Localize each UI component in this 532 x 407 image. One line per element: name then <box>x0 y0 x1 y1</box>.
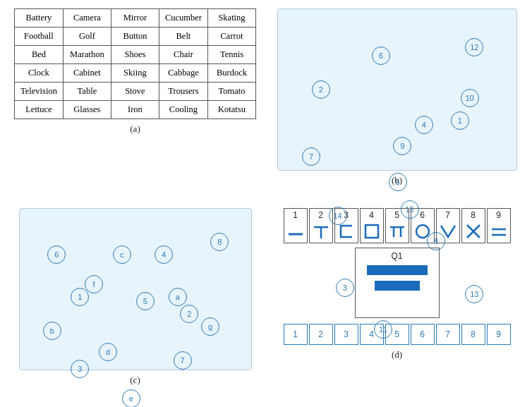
scatter-c: abcdefg12345678 <box>19 208 252 370</box>
table-cell: Tomato <box>207 83 255 101</box>
scatter-node-c: b <box>43 322 61 340</box>
svg-point-2 <box>416 225 429 238</box>
symbol-shape <box>387 221 407 241</box>
scatter-node-b: 11 <box>374 320 392 339</box>
scatter-node-b: 1 <box>451 111 469 130</box>
bottom-num-cell[interactable]: 2 <box>309 324 333 345</box>
table-cell: Burdock <box>207 64 255 83</box>
svg-rect-1 <box>365 225 378 238</box>
scatter-node-c: 7 <box>174 351 192 370</box>
table-cell: Chair <box>159 46 207 64</box>
scatter-node-c: 1 <box>71 288 89 306</box>
panel-c-label: (c) <box>130 375 140 386</box>
scatter-node-c: g <box>201 317 219 336</box>
table-cell: Battery <box>15 9 64 28</box>
panel-d-label: (d) <box>392 349 402 360</box>
table-cell: Button <box>111 28 159 46</box>
symbol-number: 1 <box>293 210 298 220</box>
scatter-node-b: 10 <box>461 89 479 107</box>
table-cell: Clock <box>15 64 64 83</box>
table-cell: Television <box>15 83 64 101</box>
panel-a-label: (a) <box>130 123 140 135</box>
table-cell: Cooling <box>159 101 207 119</box>
symbol-number: 9 <box>496 210 501 220</box>
bottom-num-cell[interactable]: 9 <box>487 324 511 345</box>
table-cell: Marathon <box>63 46 111 64</box>
table-cell: Belt <box>159 28 207 46</box>
table-row: ClockCabinetSkiingCabbageBurdock <box>15 64 256 83</box>
symbol-cell: 1 <box>284 208 308 243</box>
table-cell: Football <box>15 28 64 46</box>
symbol-number: 5 <box>394 210 399 220</box>
scatter-node-b: 8 <box>427 232 445 250</box>
bottom-num-cell[interactable]: 1 <box>284 324 308 345</box>
symbol-cell: 4 <box>360 208 384 243</box>
table-cell: Stove <box>111 83 159 101</box>
scatter-node-b: 7 <box>302 147 320 166</box>
table-cell: Cabbage <box>159 64 207 83</box>
scatter-node-c: 4 <box>155 245 173 264</box>
panel-d: 123456789 Q1 123456789 (d) <box>267 205 526 402</box>
scatter-node-c: a <box>169 288 187 306</box>
scatter-node-b: 2 <box>312 80 330 99</box>
panel-a: BatteryCameraMirrorCucumberSkatingFootba… <box>6 6 265 202</box>
symbol-number: 6 <box>420 210 425 220</box>
bottom-num-cell[interactable]: 8 <box>461 324 485 345</box>
q1-display: Q1 <box>355 248 440 318</box>
symbol-number: 2 <box>318 210 323 220</box>
scatter-node-b: 13 <box>465 285 483 303</box>
table-cell: Table <box>63 83 111 101</box>
table-cell: Cucumber <box>159 9 207 28</box>
symbol-number: 7 <box>445 210 450 220</box>
table-row: LettuceGlassesIronCoolingKotatsu <box>15 101 256 119</box>
panel-c: abcdefg12345678 (c) <box>6 205 265 402</box>
table-cell: Cabinet <box>63 64 111 83</box>
symbol-shape <box>286 221 306 241</box>
symbols-bottom-row: 123456789 <box>284 324 511 345</box>
table-cell: Shoes <box>111 46 159 64</box>
table-cell: Camera <box>63 9 111 28</box>
scatter-node-c: 6 <box>47 245 66 264</box>
bottom-num-cell[interactable]: 6 <box>411 324 435 345</box>
table-cell: Carrot <box>207 28 255 46</box>
symbols-top-row: 123456789 <box>284 208 511 243</box>
scatter-node-c: 5 <box>136 292 155 310</box>
table-row: BatteryCameraMirrorCucumberSkating <box>15 9 256 28</box>
bottom-num-cell[interactable]: 7 <box>436 324 460 345</box>
table-cell: Kotatsu <box>207 101 255 119</box>
panel-b: 123456789101112131415 (b) <box>267 6 526 202</box>
q1-bar-1 <box>367 265 428 275</box>
scatter-node-c: 2 <box>180 305 198 323</box>
bottom-num-cell[interactable]: 3 <box>334 324 358 345</box>
scatter-node-c: e <box>122 389 140 407</box>
table-cell: Bed <box>15 46 64 64</box>
scatter-node-b: 4 <box>415 116 433 134</box>
symbol-cell: 9 <box>487 208 511 243</box>
table-cell: Skating <box>207 9 255 28</box>
scatter-node-b: 15 <box>401 200 419 219</box>
scatter-node-c: d <box>99 343 117 361</box>
table-row: TelevisionTableStoveTrousersTomato <box>15 83 256 101</box>
symbol-cell: 8 <box>461 208 485 243</box>
scatter-node-c: c <box>113 245 131 264</box>
scatter-node-b: 14 <box>329 207 347 225</box>
symbol-shape <box>311 221 331 241</box>
q1-label: Q1 <box>391 251 402 261</box>
table-cell: Glasses <box>63 101 111 119</box>
table-cell: Tennis <box>207 46 255 64</box>
word-table: BatteryCameraMirrorCucumberSkatingFootba… <box>14 8 256 119</box>
q1-bar-2 <box>375 281 420 291</box>
table-row: BedMarathonShoesChairTennis <box>15 46 256 64</box>
symbol-shape <box>489 221 509 241</box>
scatter-node-b: 9 <box>393 137 411 155</box>
scatter-node-b: 5 <box>389 173 407 191</box>
table-cell: Mirror <box>111 9 159 28</box>
scatter-node-b: 12 <box>465 38 483 56</box>
scatter-node-b: 6 <box>372 47 390 65</box>
symbol-shape <box>362 221 382 241</box>
symbol-shape <box>464 221 483 241</box>
scatter-node-c: 3 <box>71 360 89 378</box>
table-cell: Lettuce <box>15 101 64 119</box>
scatter-node-b: 3 <box>336 279 354 297</box>
table-row: FootballGolfButtonBeltCarrot <box>15 28 256 46</box>
